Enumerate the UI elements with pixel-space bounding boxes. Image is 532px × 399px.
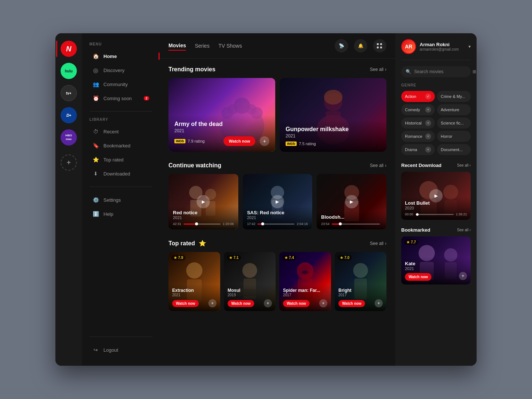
- extraction-watch-button[interactable]: Watch now: [172, 300, 199, 307]
- top-rated-see-all[interactable]: See all ›: [370, 241, 386, 246]
- nav-downloaded-label: Downloaded: [103, 171, 130, 177]
- tab-tvshows[interactable]: TV Shows: [218, 41, 242, 50]
- svg-point-21: [242, 263, 257, 278]
- kate-info: Kate 2021 Watch now +: [401, 257, 471, 284]
- sas-dot: [261, 222, 264, 225]
- continue-title: Continue watching: [168, 162, 221, 169]
- red-notice-bar: [184, 224, 221, 225]
- tab-series[interactable]: Series: [195, 41, 209, 50]
- coming-soon-icon: ⏰: [92, 95, 99, 102]
- genre-romance[interactable]: Romance +: [401, 131, 435, 142]
- sas-title: SAS: Red notice: [247, 210, 308, 215]
- toprated-card-extraction[interactable]: ★ 7.9 Extraction 2021 Watch now +: [168, 252, 220, 311]
- service-hbomax[interactable]: HBOmax: [61, 129, 77, 146]
- recent-download-title: Recent Download: [401, 163, 441, 168]
- bookmarked-icon: 🔖: [92, 142, 99, 149]
- extraction-rating: ★ 7.9: [171, 255, 185, 260]
- genre-crime[interactable]: Crime & My...: [437, 91, 471, 102]
- genre-horror[interactable]: Horror: [437, 131, 471, 142]
- continue-see-all[interactable]: See all ›: [370, 163, 386, 168]
- bloodshot-elapsed: 23:54: [321, 222, 330, 226]
- nav-divider-2: [89, 187, 152, 187]
- service-hulu[interactable]: hulu: [61, 63, 77, 79]
- bookmarked-see-all[interactable]: See all ›: [457, 228, 471, 232]
- tab-movies[interactable]: Movies: [168, 41, 186, 51]
- nav-item-discovery[interactable]: ◎ Discovery: [85, 63, 157, 77]
- trending-card-gunpowder[interactable]: Gunpowder milkshake 2021 IMDb 7.5 rating: [280, 78, 386, 152]
- genre-historical[interactable]: Historical +: [401, 117, 435, 129]
- trending-title: Trending movies: [168, 66, 215, 73]
- nav-item-recent[interactable]: ⏱ Recent: [85, 125, 157, 139]
- toprated-card-bright[interactable]: ★ 7.0 Bright 2017 Watch now +: [335, 252, 386, 311]
- nav-item-settings[interactable]: ⚙️ Settings: [85, 193, 157, 207]
- broadcast-button[interactable]: 📡: [335, 39, 348, 52]
- continue-card-red-notice[interactable]: ▶ Red notice 2021 42:31 1:20:06: [168, 174, 238, 229]
- downloaded-icon: ⬇: [92, 170, 99, 177]
- notifications-button[interactable]: 🔔: [354, 39, 367, 52]
- recent-download-card[interactable]: ▶ Lost Bullet 2020 00:00 1:36:21: [401, 172, 471, 220]
- gunpowder-bottom: IMDb 7.5 rating: [286, 141, 381, 146]
- discovery-icon: ◎: [92, 67, 99, 74]
- mosul-watch-button[interactable]: Watch now: [228, 300, 254, 307]
- extraction-add-button[interactable]: +: [208, 299, 216, 307]
- army-card-info: Army of the dead 2021 IMDb 7.9 rating Wa…: [168, 115, 275, 152]
- toprated-card-spiderman[interactable]: ★ 7.4 Spider man: Far... 2017 Watch now …: [279, 252, 331, 311]
- mosul-add-button[interactable]: +: [264, 299, 272, 307]
- bloodshot-play-button[interactable]: ▶: [345, 195, 358, 208]
- add-service-button[interactable]: +: [61, 154, 77, 171]
- sas-elapsed: 17:42: [247, 222, 256, 226]
- extraction-title: Extraction: [172, 288, 216, 293]
- nav-item-bookmarked[interactable]: 🔖 Bookmarked: [85, 139, 157, 153]
- army-add-button[interactable]: +: [260, 136, 269, 146]
- continue-card-bloodshot[interactable]: ▶ Bloodsh... 23:54: [317, 174, 386, 229]
- user-menu-chevron[interactable]: ▾: [468, 44, 471, 49]
- genre-action[interactable]: Action ✓: [401, 91, 435, 102]
- sas-progress: 17:42 2:04:16: [247, 222, 308, 226]
- filter-icon[interactable]: ⊞: [473, 69, 476, 74]
- spiderman-watch-button[interactable]: Watch now: [283, 300, 310, 307]
- nav-home-label: Home: [103, 54, 117, 59]
- genre-adventure[interactable]: Adventure: [437, 104, 471, 115]
- lost-bullet-bar: [416, 214, 454, 215]
- kate-watch-button[interactable]: Watch now: [405, 273, 432, 281]
- service-appletv[interactable]: tv+: [61, 85, 77, 101]
- nav-item-home[interactable]: 🏠 Home: [85, 49, 157, 63]
- service-netflix[interactable]: N: [61, 41, 77, 57]
- genre-documentary[interactable]: Document...: [437, 144, 471, 155]
- genre-comedy[interactable]: Comedy +: [401, 104, 435, 115]
- nav-item-community[interactable]: 👥 Community: [85, 77, 157, 91]
- nav-item-logout[interactable]: ↪ Logout: [85, 343, 157, 357]
- coming-soon-badge: 2: [144, 96, 149, 100]
- trending-see-all[interactable]: See all ›: [370, 67, 386, 72]
- nav-item-coming-soon[interactable]: ⏰ Coming soon 2: [85, 91, 157, 105]
- nav-item-top-rated[interactable]: ⭐ Top rated: [85, 153, 157, 167]
- service-disney[interactable]: D+: [61, 107, 77, 123]
- red-notice-progress: 42:31 1:20:06: [173, 222, 234, 226]
- kate-add-button[interactable]: +: [459, 272, 467, 280]
- trending-card-army[interactable]: Army of the dead 2021 IMDb 7.9 rating Wa…: [168, 78, 275, 152]
- search-input[interactable]: [414, 69, 470, 74]
- user-name: Arman Rokni: [420, 42, 465, 47]
- user-header: AR Arman Rokni armanrokni@gmail.com ▾: [401, 39, 471, 60]
- spiderman-rating: ★ 7.4: [282, 255, 296, 260]
- bright-watch-button[interactable]: Watch now: [338, 300, 365, 307]
- recent-download-see-all[interactable]: See all ›: [457, 163, 471, 167]
- mosul-title: Mosul: [228, 288, 272, 293]
- spiderman-add-button[interactable]: +: [319, 299, 327, 307]
- nav-divider-3: [89, 337, 152, 337]
- army-watch-button[interactable]: Watch now: [224, 136, 255, 146]
- bright-add-button[interactable]: +: [375, 299, 383, 307]
- scroll-area: Trending movies See all ›: [160, 59, 395, 366]
- genre-scifi[interactable]: Science fic...: [437, 117, 471, 129]
- toprated-card-mosul[interactable]: ★ 7.1 Mosul 2019 Watch now +: [224, 252, 276, 311]
- main-content: Movies Series TV Shows 📡 🔔 Trending movi…: [160, 33, 395, 366]
- genre-drama[interactable]: Drama +: [401, 144, 435, 155]
- grid-button[interactable]: [373, 39, 386, 52]
- trending-grid: Army of the dead 2021 IMDb 7.9 rating Wa…: [168, 78, 386, 152]
- nav-item-downloaded[interactable]: ⬇ Downloaded: [85, 167, 157, 181]
- lost-bullet-elapsed: 00:00: [405, 212, 413, 216]
- bookmarked-card-kate[interactable]: ★ 7.7 Kate 2021 Watch now +: [401, 236, 471, 284]
- nav-divider-1: [89, 111, 152, 112]
- continue-card-sas[interactable]: ▶ SAS: Red notice 2021 17:42 2:04:16: [243, 174, 313, 229]
- nav-item-help[interactable]: ℹ️ Help: [85, 207, 157, 221]
